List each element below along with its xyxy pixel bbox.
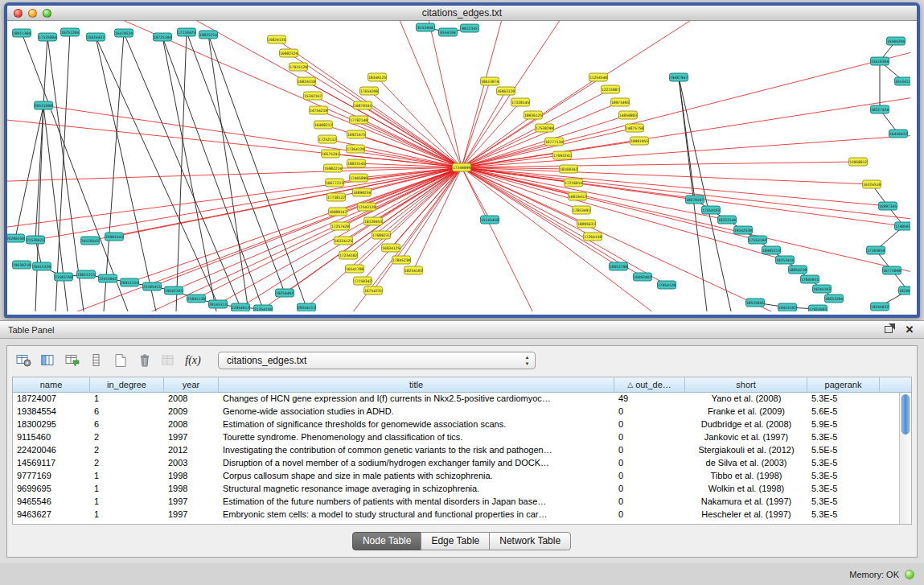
graph-node[interactable]: 17216014 bbox=[565, 179, 583, 187]
table-row[interactable]: 1938455462009Genome-wide association stu… bbox=[13, 406, 911, 418]
graph-node[interactable]: 19254402 bbox=[276, 289, 294, 297]
graph-node[interactable]: 17234102 bbox=[339, 251, 358, 259]
graph-node[interactable]: 18095631 bbox=[577, 220, 596, 228]
graph-node[interactable]: 17782140 bbox=[350, 116, 368, 124]
graph-node[interactable]: 17252112 bbox=[318, 135, 337, 143]
graph-node[interactable]: 10991955 bbox=[630, 137, 649, 145]
graph-node[interactable]: 16470524 bbox=[115, 29, 133, 37]
select-columns-icon[interactable] bbox=[38, 351, 59, 370]
table-scrollbar[interactable] bbox=[899, 393, 911, 524]
graph-node[interactable]: 18240532 bbox=[899, 286, 911, 295]
graph-node[interactable]: 18054230 bbox=[789, 266, 807, 274]
graph-node[interactable]: 16997345 bbox=[879, 202, 897, 210]
graph-node[interactable]: 17738122 bbox=[327, 193, 346, 201]
graph-node[interactable]: 22954012 bbox=[232, 303, 250, 311]
tab-node-table[interactable]: Node Table bbox=[352, 532, 422, 550]
graph-node[interactable]: 18227434 bbox=[871, 105, 889, 113]
graph-node[interactable]: 17405034 bbox=[895, 222, 911, 230]
function-builder-icon[interactable]: f(x) bbox=[183, 351, 203, 370]
table-settings-icon[interactable] bbox=[14, 351, 35, 370]
graph-node[interactable]: 11254540 bbox=[589, 73, 608, 81]
graph-node[interactable]: 8153048 bbox=[417, 23, 435, 31]
minimize-window-button[interactable] bbox=[28, 9, 37, 18]
graph-node[interactable]: 16575241 bbox=[322, 150, 340, 158]
graph-node[interactable]: 18169342 bbox=[560, 165, 578, 173]
graph-node[interactable]: 17543120 bbox=[358, 203, 376, 211]
graph-node[interactable]: 14875758 bbox=[626, 124, 644, 132]
delete-table-icon[interactable] bbox=[134, 351, 155, 370]
merge-tables-icon[interactable] bbox=[158, 351, 179, 370]
column-header-name[interactable]: name bbox=[13, 377, 90, 392]
graph-node[interactable]: 16824310 bbox=[298, 77, 316, 85]
graph-node[interactable]: 15145458 bbox=[481, 216, 499, 224]
graph-node[interactable]: 18911304 bbox=[13, 29, 31, 37]
zoom-window-button[interactable] bbox=[43, 9, 51, 18]
graph-node[interactable]: 17110425 bbox=[178, 28, 196, 36]
table-row[interactable]: 969969511998Structural magnetic resonanc… bbox=[13, 483, 911, 496]
graph-node[interactable]: 17654208 bbox=[360, 87, 379, 95]
graph-node[interactable]: 16324125 bbox=[335, 237, 353, 245]
graph-node[interactable]: 16677213 bbox=[326, 179, 344, 187]
graph-node[interactable]: 20554113 bbox=[298, 303, 316, 311]
graph-node[interactable]: 18023145 bbox=[347, 159, 366, 167]
table-row[interactable]: 2242004622012Investigating the contribut… bbox=[13, 444, 911, 457]
graph-node[interactable]: 17845230 bbox=[392, 256, 411, 264]
table-row[interactable]: 946554611997Estimation of the future num… bbox=[13, 496, 911, 509]
graph-node[interactable]: 20415320 bbox=[33, 262, 51, 270]
table-scrollbar-thumb[interactable] bbox=[901, 394, 910, 435]
graph-node[interactable]: 16408212 bbox=[314, 121, 333, 129]
graph-node[interactable]: 16777134 bbox=[545, 138, 564, 146]
graph-node[interactable]: 17554103 bbox=[702, 206, 721, 214]
column-header-pagerank[interactable]: pagerank bbox=[807, 377, 880, 392]
graph-node[interactable]: 21530425 bbox=[27, 236, 45, 244]
graph-node[interactable]: 15024437 bbox=[87, 33, 105, 41]
graph-node[interactable]: 8554104 bbox=[439, 28, 458, 36]
graph-node[interactable]: 16450433 bbox=[889, 130, 908, 138]
graph-node[interactable]: 22415042 bbox=[99, 274, 117, 282]
graph-node[interactable]: 18405313 bbox=[762, 246, 781, 254]
table-row[interactable]: 946362711997Embryonic stem cells: a mode… bbox=[13, 509, 911, 521]
tab-edge-table[interactable]: Edge Table bbox=[421, 532, 490, 550]
graph-node[interactable]: 18254103 bbox=[405, 266, 423, 274]
graph-node[interactable]: 18036125 bbox=[524, 111, 543, 119]
graph-node[interactable]: 19142530 bbox=[734, 226, 753, 234]
graph-node[interactable]: 16093402 bbox=[634, 273, 652, 281]
close-window-button[interactable] bbox=[14, 9, 23, 18]
graph-node[interactable]: 19453102 bbox=[778, 303, 797, 311]
graph-node[interactable]: 15902214 bbox=[324, 164, 343, 172]
graph-node[interactable]: 18613074 bbox=[481, 77, 499, 85]
column-header-out_de[interactable]: △out_de… bbox=[614, 377, 685, 392]
graph-node[interactable]: 16963120 bbox=[497, 87, 515, 95]
column-header-year[interactable]: year bbox=[164, 377, 219, 392]
graph-node[interactable]: 16504204 bbox=[887, 37, 906, 45]
graph-node[interactable]: 19015315 bbox=[77, 270, 96, 278]
row-tools-icon[interactable] bbox=[86, 351, 107, 370]
graph-node[interactable]: 20531090 bbox=[35, 101, 53, 109]
graph-node[interactable]: 17328145 bbox=[511, 98, 530, 106]
graph-node[interactable]: 20915154 bbox=[121, 278, 139, 286]
column-header-in_degree[interactable]: in_degree bbox=[90, 377, 164, 392]
graph-node[interactable]: 18535045 bbox=[746, 299, 765, 307]
graph-node[interactable]: 16251204 bbox=[61, 28, 80, 36]
graph-node[interactable]: 16754231 bbox=[364, 286, 383, 295]
graph-node[interactable]: 19487947 bbox=[670, 73, 688, 81]
graph-node[interactable]: 10973493 bbox=[611, 98, 630, 106]
graph-node[interactable]: 17845031 bbox=[801, 275, 819, 283]
graph-node[interactable]: 16816412 bbox=[569, 192, 587, 200]
tab-network-table[interactable]: Network Table bbox=[489, 532, 571, 550]
table-row[interactable]: 1456911722003Disruption of a novel membe… bbox=[13, 457, 911, 470]
float-panel-icon[interactable] bbox=[882, 324, 895, 336]
column-header-title[interactable]: title bbox=[219, 377, 614, 392]
graph-node[interactable]: 18653204 bbox=[825, 295, 844, 303]
graph-node[interactable]: 17364120 bbox=[347, 145, 365, 153]
graph-node[interactable]: 17264158 bbox=[584, 233, 602, 241]
graph-node[interactable]: 16534120 bbox=[895, 77, 911, 85]
graph-node[interactable]: 21503150 bbox=[55, 273, 73, 281]
graph-node[interactable]: 18253140 bbox=[718, 216, 737, 224]
graph-node[interactable]: 21845130 bbox=[187, 295, 206, 303]
graph-node[interactable]: 16890234 bbox=[353, 188, 372, 196]
graph-node[interactable]: 17465890 bbox=[350, 174, 368, 182]
graph-node[interactable]: 14850883 bbox=[619, 111, 638, 119]
graph-node[interactable]: 18725104 bbox=[154, 33, 172, 41]
graph-node[interactable]: 23105415 bbox=[143, 282, 162, 290]
